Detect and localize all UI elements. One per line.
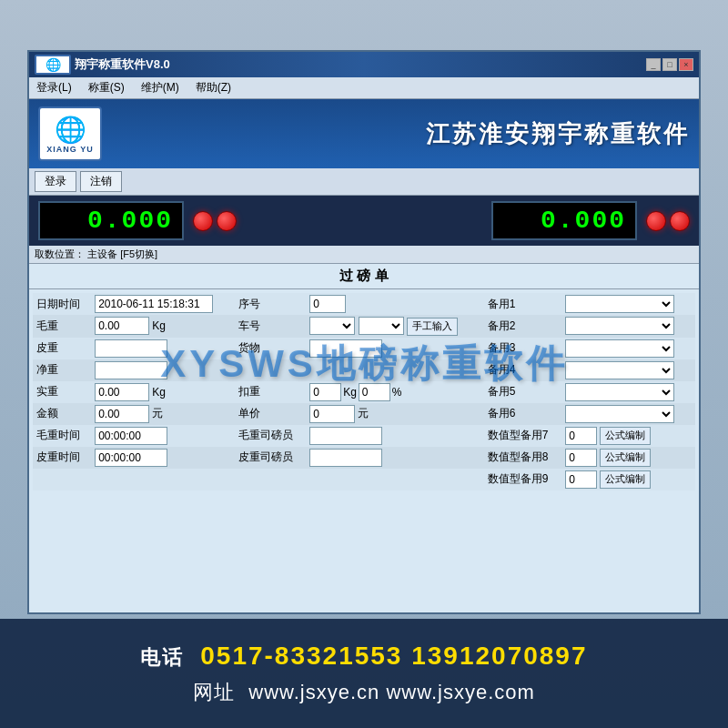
right-light-1 [646,211,666,231]
title-bar-left: 🌐 翔宇称重软件V8.0 [35,55,170,75]
menu-maintain[interactable]: 维护(M) [137,79,183,96]
num-spare8-formula-btn[interactable]: 公式编制 [600,449,651,467]
form-row-4: 净重 备用4 [33,359,695,381]
right-status-lights [646,211,690,231]
form-row-8: 皮重时间 皮重司磅员 数值型备用8 公式编制 [33,447,695,469]
unit-price-unit: 元 [358,406,369,421]
weight-area: 0.000 0.000 [29,196,699,246]
spare2-label: 备用2 [484,315,562,338]
left-light-1 [193,211,213,231]
app-main-title: 江苏淮安翔宇称重软件 [426,118,690,150]
maximize-button[interactable]: □ [662,58,677,71]
num-spare9-formula-btn[interactable]: 公式编制 [600,470,651,489]
tare-time-label: 皮重时间 [33,447,91,469]
datasource-value: 主设备 [87,248,117,259]
goods-label: 货物 [235,338,306,359]
window-title: 翔宇称重软件V8.0 [75,56,170,73]
form-row-2: 毛重 Kg 车号 手工输入 备用2 [33,315,695,338]
spare1-select[interactable] [565,295,674,313]
left-status-lights [193,211,237,231]
car-label: 车号 [235,315,306,338]
app-logo-small: 🌐 [35,55,71,75]
form-row-1: 日期时间 序号 备用1 [33,293,695,315]
right-light-2 [670,211,690,231]
spare5-select[interactable] [565,383,674,401]
tare-input[interactable] [95,339,167,358]
form-area: 日期时间 序号 备用1 毛重 Kg 车号 手工输入 [29,289,699,612]
xiang-yu-logo: 🌐 XIANG YU [38,106,102,161]
tare-driver-label: 皮重司磅员 [235,447,306,469]
globe-icon-small: 🌐 [46,57,61,72]
date-label: 日期时间 [33,293,91,315]
deduct-unit-pct: % [392,386,402,399]
phone-label: 电话 [140,646,184,669]
big-header: 🌐 XIANG YU 江苏淮安翔宇称重软件 [29,99,699,168]
form-table: 日期时间 序号 备用1 毛重 Kg 车号 手工输入 [33,293,695,490]
logout-button[interactable]: 注销 [80,171,122,192]
num-spare7-input[interactable] [565,427,597,445]
amount-input[interactable] [95,405,149,423]
logo-text: XIANG YU [46,145,93,154]
seq-label: 序号 [235,293,306,315]
net-input[interactable] [95,361,167,379]
tare-time-input[interactable] [95,449,167,467]
login-button[interactable]: 登录 [35,171,76,192]
num-spare9-input[interactable] [565,470,597,489]
toolbar: 登录 注销 [29,168,699,196]
menu-weigh[interactable]: 称重(S) [85,79,128,96]
close-button[interactable]: × [679,58,693,71]
gross-driver-label: 毛重司磅员 [235,425,306,447]
num-spare7-label: 数值型备用7 [484,425,562,447]
globe-icon: 🌐 [55,115,86,145]
amount-label: 金额 [33,403,91,425]
unit-price-input[interactable] [309,405,355,423]
spare1-label: 备用1 [484,293,562,315]
manual-input-btn[interactable]: 手工输入 [407,318,458,336]
num-spare8-input[interactable] [565,449,597,467]
num-spare7-formula-btn[interactable]: 公式编制 [600,427,651,445]
form-row-6: 金额 元 单价 元 备用6 [33,403,695,425]
deduct-unit-kg: Kg [343,386,357,399]
tare-driver-input[interactable] [309,449,382,467]
gross-time-label: 毛重时间 [33,425,91,447]
spare4-select[interactable] [565,361,674,379]
form-row-9: 数值型备用9 公式编制 [33,469,695,490]
goods-input[interactable] [309,339,382,358]
spare3-select[interactable] [565,339,674,358]
title-bar: 🌐 翔宇称重软件V8.0 _ □ × [29,52,699,77]
tare-label: 皮重 [33,338,91,359]
gross-label: 毛重 [33,315,91,338]
car-select[interactable] [309,317,355,335]
car-select2[interactable] [359,317,404,335]
menu-login[interactable]: 登录(L) [33,79,76,96]
net-label: 净重 [33,359,91,381]
minimize-button[interactable]: _ [646,58,661,71]
deduct-pct-input[interactable] [359,383,390,401]
num-spare9-label: 数值型备用9 [484,469,562,490]
datasource-bar: 取数位置： 主设备 [F5切换] [29,246,699,264]
amount-unit: 元 [152,406,163,421]
seq-input[interactable] [309,295,346,313]
actual-input[interactable] [95,383,149,401]
gross-input[interactable] [95,317,149,335]
deduct-label: 扣重 [235,381,306,403]
deduct-kg-input[interactable] [309,383,341,401]
date-input[interactable] [95,295,213,313]
gross-driver-input[interactable] [309,427,382,445]
spare2-select[interactable] [565,317,674,335]
phone-value: 0517-83321553 13912070897 [200,642,587,670]
spare5-label: 备用5 [484,381,562,403]
spare3-label: 备用3 [484,338,562,359]
unit-price-label: 单价 [235,403,306,425]
menu-help[interactable]: 帮助(Z) [192,79,235,96]
actual-unit: Kg [152,386,166,399]
right-weight-display: 0.000 [491,201,637,240]
section-title: 过 磅 单 [29,264,699,289]
form-row-7: 毛重时间 毛重司磅员 数值型备用7 公式编制 [33,425,695,447]
url-label: 网址 [193,681,235,703]
gross-time-input[interactable] [95,427,167,445]
spare6-select[interactable] [565,405,674,423]
main-window: 🌐 翔宇称重软件V8.0 _ □ × 登录(L) 称重(S) 维护(M) 帮助(… [27,50,701,614]
phone-line: 电话 0517-83321553 13912070897 [140,642,587,672]
form-row-5: 实重 Kg 扣重 Kg % 备用5 [33,381,695,403]
